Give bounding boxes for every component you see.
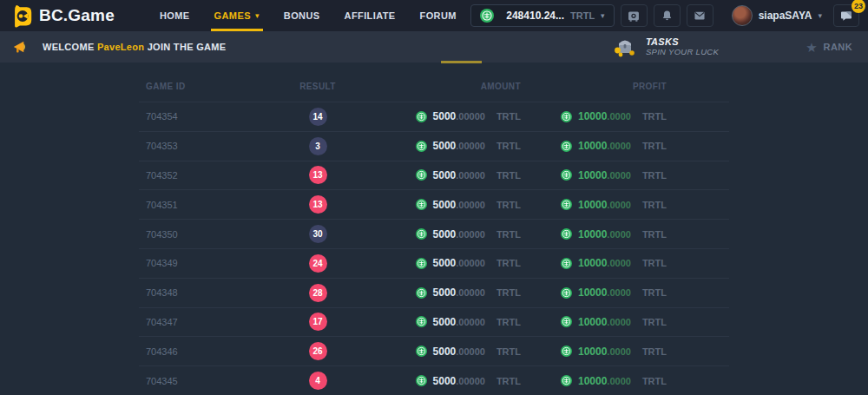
table-row[interactable]: 704345 4 5000 .00000 TRTL: [139, 365, 729, 395]
amount-currency: TRTL: [496, 346, 521, 357]
nav-affiliate[interactable]: AFFILIATE: [332, 0, 408, 31]
amount-dec: .00000: [456, 376, 485, 386]
safe-icon: [627, 10, 641, 23]
table-row[interactable]: 704348 28 5000 .00000 TRTL: [139, 278, 729, 307]
bcgame-logo-icon: [10, 4, 32, 28]
table-row[interactable]: 704350 30 5000 .00000 TRTL: [139, 219, 729, 248]
game-id: 704351: [139, 200, 243, 210]
chat-unread-badge: 23: [852, 0, 865, 13]
amount-currency: TRTL: [496, 170, 521, 181]
amount-currency: TRTL: [496, 258, 521, 268]
table-body: 704354 14 5000 .00000 TRTL: [139, 102, 729, 395]
table-row[interactable]: 704354 14 5000 .00000 TRTL: [139, 102, 729, 131]
nav-bonus[interactable]: BONUS: [272, 0, 332, 31]
tasks-subtitle: SPIN YOUR LUCK: [646, 48, 719, 57]
chevron-down-icon: ▾: [818, 11, 822, 20]
profit-currency: TRTL: [642, 317, 667, 327]
amount-currency: TRTL: [496, 317, 521, 327]
amount-currency: TRTL: [496, 287, 521, 298]
chat-button[interactable]: 23: [833, 4, 859, 27]
tasks-widget[interactable]: TASKS SPIN YOUR LUCK: [612, 36, 719, 57]
amount-dec: .00000: [456, 111, 485, 122]
nav-games[interactable]: GAMES▾: [202, 0, 272, 31]
amount-dec: .00000: [456, 170, 485, 181]
result-badge: 14: [309, 108, 327, 126]
trtl-coin-icon: [416, 169, 427, 181]
table-row[interactable]: 704353 3 5000 .00000 TRTL: [139, 131, 729, 161]
amount-dec: .00000: [456, 229, 485, 240]
profit-dec: .0000: [607, 287, 631, 298]
trtl-coin-icon: [561, 346, 572, 357]
profit-int: 10000: [578, 110, 607, 122]
result-badge: 24: [309, 254, 327, 273]
amount-dec: .00000: [456, 346, 485, 357]
amount-currency: TRTL: [496, 111, 521, 122]
nav-forum[interactable]: FORUM: [408, 0, 469, 31]
trtl-coin-icon: [416, 199, 427, 210]
topbar-right: 248410.24... TRTL ▾: [470, 4, 859, 27]
profit-currency: TRTL: [642, 287, 667, 298]
messages-button[interactable]: [687, 4, 713, 27]
amount-int: 5000: [433, 199, 457, 211]
user-menu[interactable]: siapaSAYA ▾: [732, 5, 822, 26]
table-row[interactable]: 704349 24 5000 .00000 TRTL: [139, 248, 729, 278]
table-row[interactable]: 704347 17 5000 .00000 TRTL: [139, 307, 729, 337]
result-badge: 26: [309, 342, 327, 360]
brand-logo[interactable]: BC.Game: [10, 4, 115, 28]
balance-selector[interactable]: 248410.24... TRTL ▾: [470, 4, 614, 27]
amount-int: 5000: [433, 257, 457, 269]
rank-widget[interactable]: ★ RANK: [806, 41, 852, 54]
amount-int: 5000: [433, 286, 457, 299]
main-nav: HOME GAMES▾ BONUS AFFILIATE FORUM: [148, 0, 469, 31]
profit-dec: .0000: [607, 111, 631, 122]
game-id: 704354: [139, 111, 243, 122]
game-id: 704346: [139, 346, 243, 357]
trtl-coin-icon: [416, 111, 427, 122]
profit-currency: TRTL: [642, 376, 667, 386]
profit-dec: .0000: [607, 258, 631, 268]
trtl-coin-icon: [561, 228, 572, 240]
trtl-coin-icon: [561, 316, 572, 327]
amount-currency: TRTL: [496, 376, 521, 386]
game-id: 704353: [139, 141, 243, 151]
game-id: 704348: [139, 287, 243, 298]
amount-dec: .00000: [456, 200, 485, 210]
result-badge: 17: [309, 313, 327, 331]
header-game-id: GAME ID: [139, 82, 243, 91]
amount-int: 5000: [433, 169, 457, 181]
treasure-chest-icon: [612, 36, 638, 57]
profit-currency: TRTL: [642, 258, 667, 268]
welcome-username: PaveLeon: [97, 42, 144, 52]
amount-currency: TRTL: [496, 229, 521, 240]
amount-int: 5000: [433, 228, 457, 240]
trtl-coin-icon: [561, 258, 572, 269]
trtl-coin-icon: [416, 346, 427, 357]
profit-dec: .0000: [607, 376, 631, 386]
result-badge: 13: [309, 195, 327, 214]
username: siapaSAYA: [759, 10, 812, 22]
amount-currency: TRTL: [496, 200, 521, 210]
table-row[interactable]: 704351 13 5000 .00000 TRTL: [139, 189, 729, 219]
amount-int: 5000: [433, 375, 457, 387]
header-profit: PROFIT: [521, 82, 667, 91]
result-badge: 13: [309, 166, 327, 184]
welcome-suffix: JOIN THE GAME: [148, 42, 227, 52]
game-id: 704345: [139, 376, 243, 386]
table-row[interactable]: 704346 26 5000 .00000 TRTL: [139, 336, 729, 365]
balance-value: 248410.24...: [506, 10, 564, 22]
trtl-coin-icon: [561, 169, 572, 181]
vault-button[interactable]: [621, 4, 648, 27]
notifications-button[interactable]: [654, 4, 681, 27]
trtl-coin-icon: [561, 375, 572, 386]
table-row[interactable]: 704352 13 5000 .00000 TRTL: [139, 161, 729, 190]
amount-dec: .00000: [456, 287, 485, 298]
profit-int: 10000: [578, 140, 607, 152]
profit-int: 10000: [578, 228, 607, 240]
welcome-banner: WELCOME PaveLeon JOIN THE GAME TASKS SPI…: [0, 31, 868, 63]
profit-int: 10000: [578, 199, 607, 211]
star-icon: ★: [806, 41, 817, 54]
profit-int: 10000: [578, 316, 607, 328]
nav-home[interactable]: HOME: [148, 0, 202, 31]
profit-dec: .0000: [607, 200, 631, 210]
amount-int: 5000: [433, 346, 457, 358]
